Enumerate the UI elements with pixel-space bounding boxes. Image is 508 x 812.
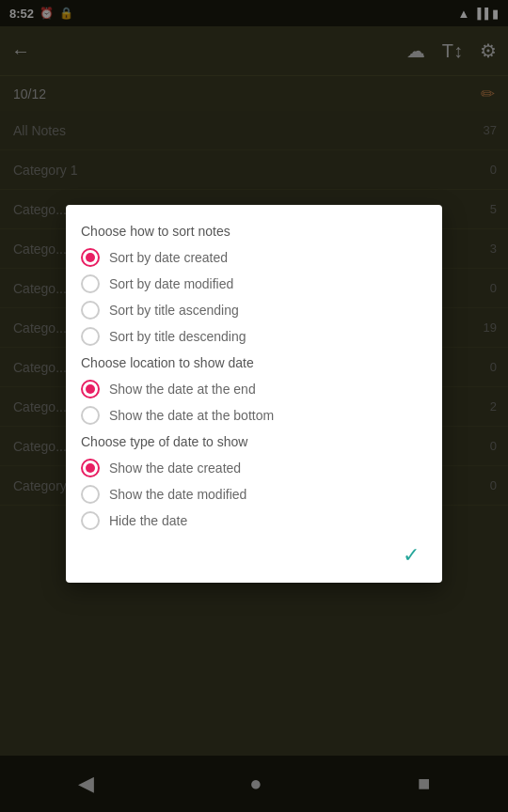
radio-sort-title-desc[interactable]: Sort by title descending — [81, 327, 427, 346]
radio-indicator-sort-date-modified — [81, 274, 100, 293]
radio-indicator-sort-date-created — [81, 248, 100, 267]
sort-dialog: Choose how to sort notes Sort by date cr… — [66, 205, 442, 583]
radio-show-created[interactable]: Show the date created — [81, 459, 427, 477]
radio-label-show-modified: Show the date modified — [109, 487, 246, 502]
radio-indicator-sort-title-desc — [81, 327, 100, 346]
radio-show-modified[interactable]: Show the date modified — [81, 485, 427, 504]
dialog-footer: ✓ — [81, 539, 427, 571]
radio-indicator-date-bottom — [81, 406, 100, 425]
radio-indicator-sort-title-asc — [81, 301, 100, 320]
radio-label-hide-date: Hide the date — [109, 513, 187, 528]
confirm-button[interactable]: ✓ — [395, 539, 427, 571]
radio-date-bottom[interactable]: Show the date at the bottom — [81, 406, 427, 425]
radio-label-sort-title-asc: Sort by title ascending — [109, 303, 239, 318]
radio-indicator-show-modified — [81, 485, 100, 504]
radio-sort-date-created[interactable]: Sort by date created — [81, 248, 427, 267]
radio-label-show-created: Show the date created — [109, 461, 241, 476]
radio-label-sort-date-modified: Sort by date modified — [109, 276, 233, 291]
radio-indicator-date-end — [81, 380, 100, 398]
radio-label-sort-date-created: Sort by date created — [109, 250, 228, 265]
location-section-title: Choose location to show date — [81, 355, 427, 370]
type-section-title: Choose type of date to show — [81, 434, 427, 449]
radio-indicator-show-created — [81, 459, 100, 477]
radio-label-sort-title-desc: Sort by title descending — [109, 329, 246, 344]
radio-sort-date-modified[interactable]: Sort by date modified — [81, 274, 427, 293]
radio-label-date-bottom: Show the date at the bottom — [109, 408, 274, 423]
radio-date-end[interactable]: Show the date at the end — [81, 380, 427, 398]
radio-sort-title-asc[interactable]: Sort by title ascending — [81, 301, 427, 320]
radio-label-date-end: Show the date at the end — [109, 382, 256, 397]
sort-section-title: Choose how to sort notes — [81, 224, 427, 239]
radio-indicator-hide-date — [81, 511, 100, 530]
radio-hide-date[interactable]: Hide the date — [81, 511, 427, 530]
